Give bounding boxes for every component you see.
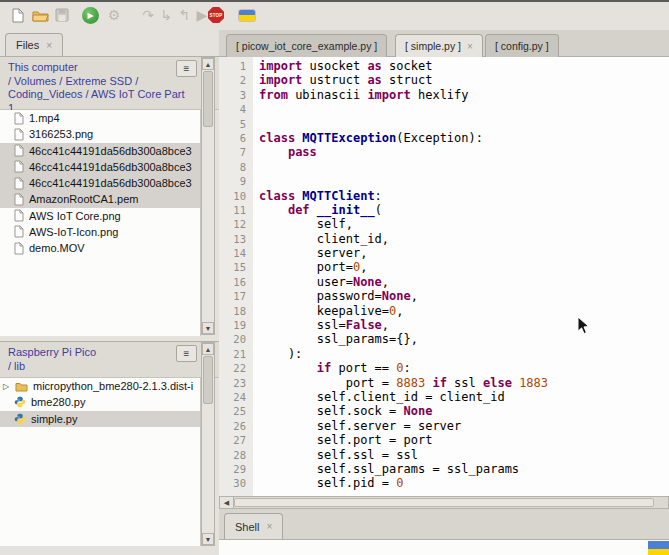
code-line[interactable]: 1import usocket as socket	[219, 59, 669, 73]
code-line[interactable]: 5	[219, 117, 669, 131]
code-line[interactable]: 19 ssl=False,	[219, 318, 669, 332]
line-number: 9	[219, 174, 253, 188]
thonny-window: ▶ ⚙ ↷ ↳ ↰ ▶ STOP Files × This computer /…	[0, 0, 669, 555]
code-line[interactable]: 14 server,	[219, 246, 669, 260]
file-item[interactable]: 1.mp4	[0, 110, 200, 126]
code-line[interactable]: 7 pass	[219, 145, 669, 159]
open-folder-icon	[32, 9, 49, 22]
scroll-down-icon[interactable]: ▼	[202, 322, 214, 334]
file-item[interactable]: AWS IoT Core.png	[0, 208, 200, 224]
files-scrollbar[interactable]: ▲ ▼	[201, 57, 215, 335]
file-item[interactable]: ▷micropython_bme280-2.1.3.dist-i	[0, 378, 200, 394]
file-item[interactable]: 3166253.png	[0, 126, 200, 142]
editor-hscrollbar-thumb[interactable]	[234, 498, 654, 507]
scroll-up-icon[interactable]: ▲	[202, 58, 214, 70]
scroll-down-icon[interactable]: ▼	[202, 533, 214, 545]
line-number: 28	[219, 448, 253, 462]
files-path-links[interactable]: / Volumes / Extreme SSD / Coding_Videos …	[8, 75, 185, 116]
code-token: :	[404, 361, 411, 375]
code-line[interactable]: 27 self.port = port	[219, 433, 669, 447]
pico-path-link[interactable]: / lib	[8, 360, 185, 374]
code-token: if	[432, 376, 446, 390]
code-line[interactable]: 17 password=None,	[219, 289, 669, 303]
code-line[interactable]: 25 self.sock = None	[219, 404, 669, 418]
code-line[interactable]: 12 self,	[219, 217, 669, 231]
code-text: class MQTTClient:	[253, 189, 382, 203]
code-line[interactable]: 13 client_id,	[219, 232, 669, 246]
code-line[interactable]: 21 ):	[219, 347, 669, 361]
code-line[interactable]: 2import ustruct as struct	[219, 73, 669, 87]
close-icon[interactable]: ×	[467, 41, 473, 52]
code-line[interactable]: 9	[219, 174, 669, 188]
line-number: 1	[219, 59, 253, 73]
files-panel-tab[interactable]: Files ×	[5, 33, 63, 56]
code-token	[259, 361, 317, 375]
file-icon	[14, 209, 24, 222]
ukraine-flag-icon	[239, 10, 255, 21]
pico-title-link[interactable]: Raspberry Pi Pico	[8, 346, 185, 360]
expander-triangle-icon[interactable]: ▷	[3, 382, 10, 391]
file-item[interactable]: AWS-IoT-Icon.png	[0, 224, 200, 240]
code-line[interactable]: 4	[219, 102, 669, 116]
editor-horizontal-scrollbar[interactable]: ◀	[219, 496, 669, 509]
tab-simple-py[interactable]: [ simple.py ] ×	[395, 34, 483, 57]
stop-button[interactable]: STOP	[206, 5, 226, 25]
files-root-link[interactable]: This computer	[8, 61, 185, 75]
file-item[interactable]: 46cc41c44191da56db300a8bce3	[0, 175, 200, 191]
code-line[interactable]: 18 keepalive=0,	[219, 304, 669, 318]
file-item[interactable]: AmazonRootCA1.pem	[0, 191, 200, 207]
file-name: micropython_bme280-2.1.3.dist-i	[33, 380, 193, 392]
scroll-up-icon[interactable]: ▲	[202, 343, 214, 355]
code-line[interactable]: 28 self.ssl = ssl	[219, 448, 669, 462]
run-button[interactable]: ▶	[80, 5, 100, 25]
code-line[interactable]: 30 self.pid = 0	[219, 476, 669, 490]
scroll-left-icon[interactable]: ◀	[220, 497, 234, 508]
pico-menu-button[interactable]: ≡	[176, 345, 197, 362]
code-token: self.port = port	[259, 433, 432, 447]
file-item[interactable]: demo.MOV	[0, 240, 200, 256]
files-scrollbar-thumb[interactable]	[203, 71, 213, 127]
code-line[interactable]: 11 def __init__(	[219, 203, 669, 217]
code-text: password=None,	[253, 289, 418, 303]
code-text: self.sock = None	[253, 404, 432, 418]
open-file-button[interactable]	[30, 5, 50, 25]
tab-config-py[interactable]: [ config.py ]	[485, 34, 559, 57]
code-line[interactable]: 22 if port == 0:	[219, 361, 669, 375]
debug-button[interactable]: ⚙	[104, 5, 124, 25]
line-number: 30	[219, 476, 253, 490]
code-line[interactable]: 23 port = 8883 if ssl else 1883	[219, 376, 669, 390]
save-file-button[interactable]	[52, 5, 72, 25]
code-line[interactable]: 3from ubinascii import hexlify	[219, 88, 669, 102]
code-token: ,	[396, 304, 403, 318]
code-line[interactable]: 6class MQTTException(Exception):	[219, 131, 669, 145]
code-line[interactable]: 8	[219, 160, 669, 174]
close-icon[interactable]: ×	[46, 40, 52, 51]
code-line[interactable]: 20 ssl_params={},	[219, 332, 669, 346]
code-line[interactable]: 10class MQTTClient:	[219, 189, 669, 203]
step-into-button[interactable]: ↳	[156, 5, 176, 25]
code-token: ,	[411, 289, 418, 303]
code-line[interactable]: 29 self.ssl_params = ssl_params	[219, 462, 669, 476]
files-menu-button[interactable]: ≡	[176, 60, 197, 77]
ukraine-flag-button[interactable]	[237, 5, 257, 25]
code-line[interactable]: 26 self.server = server	[219, 419, 669, 433]
pico-scrollbar-thumb[interactable]	[203, 356, 213, 404]
shell-tab[interactable]: Shell ×	[224, 513, 283, 539]
step-over-button[interactable]: ↷	[138, 5, 158, 25]
file-item[interactable]: 46cc41c44191da56db300a8bce3	[0, 159, 200, 175]
tab-picow-iot-core-example[interactable]: [ picow_iot_core_example.py ]	[226, 34, 387, 57]
code-line[interactable]: 24 self.client_id = client_id	[219, 390, 669, 404]
file-item[interactable]: bme280.py	[0, 394, 200, 410]
code-line[interactable]: 16 user=None,	[219, 275, 669, 289]
pico-scrollbar[interactable]: ▲ ▼	[201, 342, 215, 546]
new-file-button[interactable]	[8, 5, 28, 25]
line-number: 25	[219, 404, 253, 418]
shell-output-area[interactable]	[219, 540, 669, 555]
step-out-button[interactable]: ↰	[174, 5, 194, 25]
code-editor[interactable]: 1import usocket as socket2import ustruct…	[219, 57, 669, 496]
close-icon[interactable]: ×	[266, 521, 272, 532]
code-line[interactable]: 15 port=0,	[219, 260, 669, 274]
file-item[interactable]: 46cc41c44191da56db300a8bce3	[0, 143, 200, 159]
file-item[interactable]: simple.py	[0, 411, 200, 427]
code-token: ssl_params={},	[259, 332, 418, 346]
